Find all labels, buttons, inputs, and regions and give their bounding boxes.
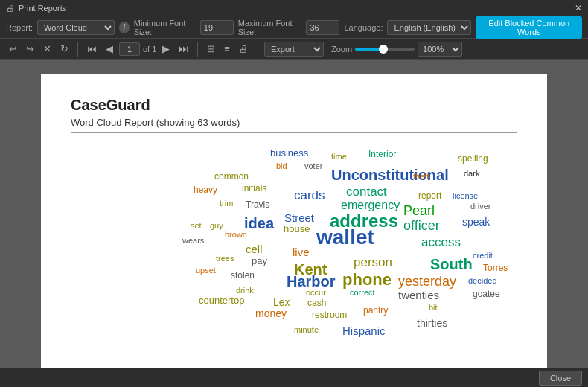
print-icon: 🖨 xyxy=(6,4,14,13)
word-cloud-word: Unconstitutional xyxy=(331,167,449,183)
prev-page-button[interactable]: ◀ xyxy=(103,42,116,56)
word-cloud-word: time xyxy=(331,152,347,161)
next-page-button[interactable]: ▶ xyxy=(159,42,173,56)
word-cloud: businesstimeInteriorbidvoterUnconstituti… xyxy=(78,141,510,349)
status-bar: Close xyxy=(0,368,588,387)
word-cloud-word: officer xyxy=(403,219,440,234)
word-cloud-word: cards xyxy=(294,189,325,203)
word-cloud-word: stolen xyxy=(231,271,255,281)
document-page: CaseGuard Word Cloud Report (showing 63 … xyxy=(41,74,547,368)
word-cloud-word: twenties xyxy=(398,290,439,302)
word-cloud-word: wallet xyxy=(316,226,374,249)
close-button[interactable]: Close xyxy=(539,371,582,386)
toolbar-row1: Report: Word Cloud i Minimum Font Size: … xyxy=(0,16,588,39)
word-cloud-word: bit xyxy=(429,303,438,312)
word-cloud-word: house xyxy=(284,224,310,234)
refresh-button[interactable]: ↻ xyxy=(57,42,71,56)
export-select[interactable]: Export xyxy=(264,42,324,57)
info-icon[interactable]: i xyxy=(119,22,130,33)
word-cloud-word: countertop xyxy=(199,295,244,306)
word-cloud-word: contact xyxy=(346,185,387,199)
word-cloud-word: wears xyxy=(182,236,204,245)
word-cloud-word: Pearl xyxy=(403,204,435,219)
zoom-percent-select[interactable]: 100% 75% 125% 150% xyxy=(418,42,462,57)
word-cloud-word: trim xyxy=(220,199,233,208)
first-page-button[interactable]: ⏮ xyxy=(84,42,100,56)
main-area: CaseGuard Word Cloud Report (showing 63 … xyxy=(0,60,588,368)
word-cloud-word: drink xyxy=(236,286,254,295)
title-bar-text: Print Reports xyxy=(19,4,575,13)
word-cloud-word: restroom xyxy=(312,310,347,320)
word-cloud-word: guy xyxy=(210,221,223,230)
word-cloud-word: Hispanic xyxy=(342,325,386,338)
language-select[interactable]: English (English) xyxy=(387,20,471,35)
forward-button[interactable]: ↪ xyxy=(23,42,37,56)
word-cloud-word: emergency xyxy=(341,199,400,212)
word-cloud-word: brown xyxy=(225,230,247,239)
zoom-label: Zoom xyxy=(331,45,352,54)
word-cloud-word: report xyxy=(418,191,441,201)
word-cloud-word: bid xyxy=(276,161,287,170)
word-cloud-word: spelling xyxy=(458,154,488,164)
word-cloud-word: minute xyxy=(294,325,319,334)
word-cloud-word: South xyxy=(430,256,473,272)
word-cloud-word: goatee xyxy=(473,290,500,299)
list-view-button[interactable]: ≡ xyxy=(221,42,233,56)
word-cloud-word: speak xyxy=(462,217,490,228)
word-cloud-word: correct xyxy=(350,288,375,297)
word-cloud-word: occur xyxy=(306,288,326,297)
word-cloud-word: money xyxy=(255,308,287,319)
separator1 xyxy=(77,42,78,57)
word-cloud-word: driver xyxy=(470,202,491,211)
separator3 xyxy=(258,42,258,57)
word-cloud-word: dark xyxy=(464,169,479,178)
grid-view-button[interactable]: ⊞ xyxy=(204,42,218,56)
title-bar-close-button[interactable]: ✕ xyxy=(575,3,582,13)
page-number-input[interactable] xyxy=(119,42,140,56)
separator2 xyxy=(197,42,198,57)
max-font-label: Maximum Font Size: xyxy=(238,19,302,36)
report-select[interactable]: Word Cloud xyxy=(37,20,115,35)
word-cloud-word: phone xyxy=(342,271,392,289)
word-cloud-word: common xyxy=(214,172,249,182)
title-bar: 🖨 Print Reports ✕ xyxy=(0,0,588,16)
doc-title: CaseGuard xyxy=(71,97,517,114)
scroll-area[interactable]: CaseGuard Word Cloud Report (showing 63 … xyxy=(0,60,588,368)
word-cloud-word: access xyxy=(421,236,461,250)
min-font-input[interactable] xyxy=(200,20,234,35)
language-label: Language: xyxy=(344,23,383,32)
word-cloud-word: Travis xyxy=(246,200,269,210)
word-cloud-word: yesterday xyxy=(398,275,456,290)
edit-blocked-words-button[interactable]: Edit Blocked Common Words xyxy=(476,16,582,39)
stop-button[interactable]: ✕ xyxy=(40,42,54,56)
max-font-input[interactable] xyxy=(306,20,339,35)
doc-subtitle: Word Cloud Report (showing 63 words) xyxy=(71,117,517,133)
word-cloud-word: initials xyxy=(242,184,266,194)
word-cloud-word: voter xyxy=(304,161,322,170)
word-cloud-word: trees xyxy=(216,254,234,263)
word-cloud-word: Interior xyxy=(368,150,396,159)
last-page-button[interactable]: ⏭ xyxy=(176,42,191,56)
word-cloud-word: thirties xyxy=(417,318,447,329)
zoom-slider[interactable] xyxy=(355,48,415,51)
word-cloud-word: cell xyxy=(246,243,263,256)
page-of-label: of 1 xyxy=(143,45,156,54)
back-button[interactable]: ↩ xyxy=(6,42,20,56)
word-cloud-word: person xyxy=(354,256,392,270)
word-cloud-word: business xyxy=(270,148,308,159)
word-cloud-word: theft xyxy=(413,172,429,181)
word-cloud-word: Torres xyxy=(483,263,508,273)
word-cloud-word: decided xyxy=(468,276,497,285)
word-cloud-word: live xyxy=(293,246,310,259)
toolbar-row2: ↩ ↪ ✕ ↻ ⏮ ◀ of 1 ▶ ⏭ ⊞ ≡ 🖨 Export Zoom 1… xyxy=(0,39,588,60)
word-cloud-word: idea xyxy=(244,215,274,231)
word-cloud-word: Harbor xyxy=(287,273,336,290)
word-cloud-word: pay xyxy=(252,256,267,266)
word-cloud-word: cash xyxy=(307,298,326,308)
word-cloud-word: set xyxy=(191,221,202,230)
report-label: Report: xyxy=(6,23,33,32)
word-cloud-word: heavy xyxy=(194,185,217,195)
word-cloud-word: credit xyxy=(473,251,493,260)
print-button[interactable]: 🖨 xyxy=(236,42,252,56)
word-cloud-word: pantry xyxy=(363,306,388,316)
